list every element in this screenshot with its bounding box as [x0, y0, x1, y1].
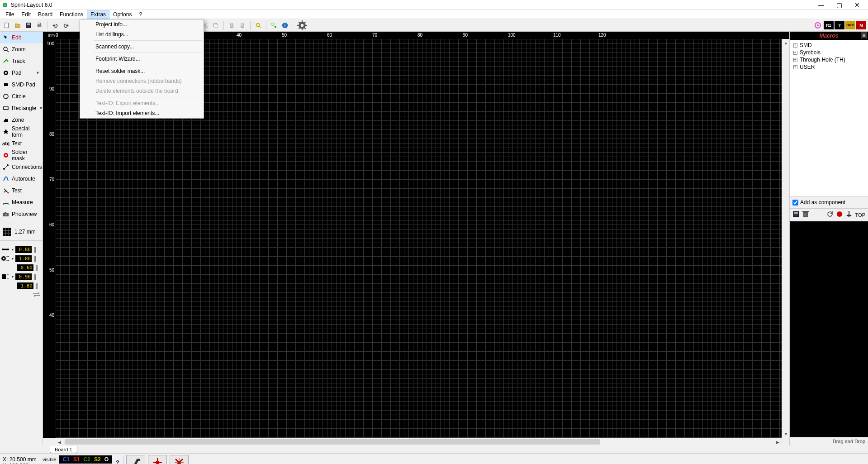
tree-expand-icon[interactable]: +	[792, 43, 798, 48]
tree-item-user[interactable]: +USER	[792, 63, 866, 71]
unlock-button[interactable]	[237, 20, 247, 30]
track-style-button[interactable]	[126, 455, 145, 464]
menu-help[interactable]: ?	[135, 10, 146, 19]
scroll-down-arrow[interactable]: ▼	[782, 430, 790, 438]
tool-zoom[interactable]: Zoom	[0, 43, 43, 55]
layer-c1[interactable]: C1	[63, 456, 70, 463]
macros-close-button[interactable]: ✕	[861, 32, 867, 38]
tree-expand-icon[interactable]: +	[792, 58, 798, 62]
scrollbar-thumb[interactable]	[65, 439, 600, 445]
ruler-vertical: 100908070605040	[43, 39, 56, 438]
extras-dropdown: Project info...List drillings...Scanned …	[80, 19, 204, 119]
tool-photoview[interactable]: Photoview	[0, 208, 43, 220]
macro-save-icon[interactable]	[792, 210, 800, 219]
param-track-width[interactable]: ▾ 0.80 ║	[1, 245, 42, 254]
tool-autoroute[interactable]: Autoroute	[0, 173, 43, 185]
copy-button[interactable]	[211, 20, 221, 30]
tree-expand-icon[interactable]: +	[792, 65, 798, 69]
tool-smd-pad[interactable]: SMD-Pad	[0, 79, 43, 91]
tool-rectangle[interactable]: Rectangle▼	[0, 102, 43, 114]
board-tab-1[interactable]: Board 1	[50, 446, 77, 453]
menu-file[interactable]: File	[2, 10, 18, 19]
zoom-tool-button[interactable]	[253, 20, 263, 30]
menu-extras[interactable]: Extras	[87, 10, 109, 19]
print-button[interactable]	[34, 20, 44, 30]
layer-s2[interactable]: S2	[94, 456, 101, 463]
help-hint[interactable]: ?	[115, 459, 120, 464]
tree-item-through-hole-th-[interactable]: +Through-Hole (TH)	[792, 56, 866, 63]
scroll-up-arrow[interactable]: ▲	[782, 39, 790, 47]
close-button[interactable]: ✕	[852, 1, 863, 9]
menu-edit[interactable]: Edit	[18, 10, 34, 19]
tool-text[interactable]: ab|Text	[0, 138, 43, 149]
dropdown-item-reset-solder-mask[interactable]: Reset solder mask...	[80, 66, 204, 76]
help-tool-button[interactable]: ?	[835, 21, 844, 29]
tree-item-smd[interactable]: +SMD	[792, 42, 866, 49]
tool-pad[interactable]: Pad▼	[0, 67, 43, 79]
scroll-left-arrow[interactable]: ◀	[56, 438, 63, 446]
redo-button[interactable]	[61, 20, 71, 30]
tool-pad-label: Pad	[12, 70, 21, 76]
menu-board[interactable]: Board	[34, 10, 56, 19]
ruler-v-tick: 80	[49, 132, 54, 137]
layer-c2[interactable]: C2	[84, 456, 90, 463]
tool-connections[interactable]: Connections	[0, 161, 43, 173]
macro-delete-icon[interactable]	[802, 210, 809, 219]
dropdown-item-footprint-wizard[interactable]: Footprint-Wizard...	[80, 54, 204, 64]
tree-item-symbols[interactable]: +Symbols	[792, 49, 866, 56]
tool-solder-mask[interactable]: Solder mask	[0, 149, 43, 161]
tool-edit[interactable]: Edit	[0, 32, 43, 43]
grid-size-display[interactable]: 1.27 mm	[0, 226, 43, 238]
tree-expand-icon[interactable]: +	[792, 51, 798, 55]
tool-measure[interactable]: Measure	[0, 196, 43, 208]
dropdown-item-scanned-copy[interactable]: Scanned copy...	[80, 42, 204, 52]
open-button[interactable]	[13, 20, 23, 30]
macro-tree[interactable]: +SMD+Symbols+Through-Hole (TH)+USER	[790, 40, 868, 196]
new-button[interactable]	[2, 20, 12, 30]
swap-icon	[32, 292, 42, 297]
track-icon	[3, 58, 9, 64]
layer-s1[interactable]: S1	[73, 456, 80, 463]
no-origin-button[interactable]	[170, 455, 189, 464]
param-pad-outer[interactable]: ▾ 1.80 ║	[1, 254, 42, 263]
maximize-button[interactable]: ▢	[834, 1, 844, 9]
tool-special-form[interactable]: Special form	[0, 126, 43, 138]
info-button[interactable]: i	[280, 20, 290, 30]
tool-track[interactable]: Track	[0, 55, 43, 67]
svg-rect-5	[38, 24, 42, 27]
param-swap[interactable]	[1, 291, 42, 299]
gear-button[interactable]	[296, 19, 308, 31]
svg-rect-53	[5, 212, 6, 213]
origin-button[interactable]	[148, 455, 167, 464]
param-pad-inner[interactable]: 0.60 ║	[1, 263, 42, 272]
ruler-h-tick: 100	[508, 33, 516, 38]
dropdown-separator	[94, 53, 202, 53]
add-as-component-checkbox[interactable]	[792, 200, 798, 206]
menu-functions[interactable]: Functions	[56, 10, 87, 19]
dropdown-item-project-info[interactable]: Project info...	[80, 19, 204, 29]
scroll-right-arrow[interactable]: ▶	[774, 438, 782, 446]
tool-circle[interactable]: Circle	[0, 91, 43, 102]
r1-button[interactable]: R1	[824, 21, 834, 29]
target-icon[interactable]	[813, 21, 823, 29]
scrollbar-horizontal[interactable]: ◀ ▶	[56, 438, 782, 445]
param-smd-w[interactable]: ▾ 0.90 ║	[1, 273, 42, 281]
macro-refresh-icon[interactable]	[826, 210, 834, 219]
save-button[interactable]	[24, 20, 33, 30]
layer-o[interactable]: O	[104, 456, 109, 463]
param-smd-h[interactable]: 1.80 ║	[1, 282, 42, 290]
tool-zone[interactable]: Zone	[0, 114, 43, 126]
select-button[interactable]	[269, 20, 279, 30]
drc-button[interactable]: DRC	[845, 21, 855, 29]
macro-record-icon[interactable]	[836, 211, 843, 219]
undo-button[interactable]	[50, 20, 60, 30]
tool-test[interactable]: Test	[0, 185, 43, 196]
lock-button[interactable]	[227, 20, 237, 30]
dropdown-item-list-drillings[interactable]: List drillings...	[80, 29, 204, 39]
macro-layer-icon[interactable]	[845, 211, 853, 219]
m-button[interactable]: M	[856, 21, 866, 29]
menu-options[interactable]: Options	[109, 10, 135, 19]
scrollbar-vertical[interactable]: ▲ ▼	[782, 39, 789, 438]
minimize-button[interactable]: —	[816, 1, 826, 9]
dropdown-item-text-io-import-elements[interactable]: Text-IO: Import elements...	[80, 108, 204, 118]
